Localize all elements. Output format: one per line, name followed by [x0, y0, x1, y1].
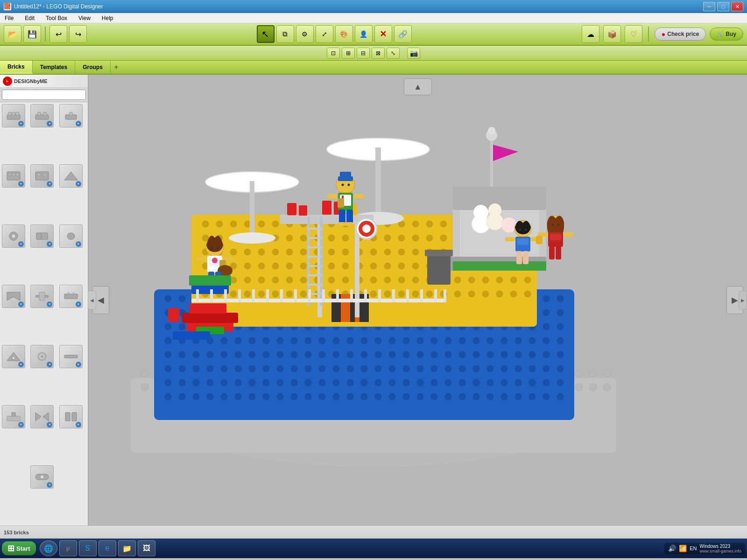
svg-point-447	[286, 277, 293, 283]
clone-tool-button[interactable]: ⧉	[276, 25, 294, 43]
brick-item[interactable]: +	[30, 345, 54, 368]
canvas-area[interactable]: ▲ ◀ ▶ ▶	[89, 75, 747, 525]
taskbar-explorer[interactable]: 📁	[118, 540, 136, 556]
snap-tool-button[interactable]: 🔗	[394, 25, 412, 43]
menu-edit[interactable]: Edit	[23, 14, 36, 22]
start-button[interactable]: ⊞ Start	[2, 541, 36, 555]
brick-item[interactable]: +	[30, 285, 54, 308]
right-panel-toggle[interactable]: ▶	[739, 291, 747, 309]
svg-point-15	[43, 173, 46, 176]
svg-point-506	[488, 127, 495, 134]
svg-point-217	[417, 337, 423, 344]
maximize-button[interactable]: □	[717, 2, 729, 11]
menu-help[interactable]: Help	[100, 14, 115, 22]
svg-point-240	[333, 351, 339, 358]
brick-item[interactable]: +	[2, 345, 25, 368]
tab-add-button[interactable]: +	[111, 61, 122, 74]
svg-point-139	[543, 295, 550, 302]
save-button[interactable]: 💾	[23, 25, 41, 43]
close-button[interactable]: ✕	[731, 2, 743, 11]
paint-tool-button[interactable]: 🎨	[335, 25, 353, 43]
svg-rect-34	[7, 416, 20, 421]
brick-item[interactable]: +	[59, 405, 83, 428]
zoom-out-button[interactable]: ⊟	[357, 48, 370, 59]
menu-file[interactable]: File	[3, 14, 15, 22]
svg-point-278	[459, 365, 465, 372]
brick-item[interactable]: +	[59, 104, 83, 127]
add-brick-icon: +	[47, 241, 52, 247]
menu-view[interactable]: View	[77, 14, 92, 22]
brick-item[interactable]: +	[30, 164, 54, 188]
svg-point-397	[258, 249, 265, 255]
buy-button[interactable]: 🛒 Buy	[710, 28, 743, 41]
tab-templates[interactable]: Templates	[33, 61, 75, 74]
menu-toolbox[interactable]: Tool Box	[44, 14, 69, 22]
brick-item[interactable]: +	[2, 164, 25, 188]
undo-button[interactable]: ↩	[49, 25, 67, 43]
svg-point-574	[525, 229, 527, 231]
svg-point-316	[179, 393, 185, 400]
zoom-in-button[interactable]: ⊞	[342, 48, 355, 59]
taskbar-app[interactable]: 🖼	[138, 540, 155, 556]
svg-marker-35	[35, 413, 41, 421]
svg-rect-490	[341, 294, 350, 322]
brick-item[interactable]: +	[30, 465, 54, 489]
svg-rect-25	[64, 294, 78, 299]
hinge-tool-button[interactable]: ⚙	[296, 25, 314, 43]
taskbar-ie[interactable]: e	[99, 540, 116, 556]
svg-rect-518	[453, 261, 546, 271]
svg-point-443	[230, 277, 237, 283]
svg-point-171	[179, 323, 185, 330]
svg-point-429	[370, 263, 377, 269]
taskbar-utorrent[interactable]: μ	[59, 540, 77, 556]
svg-point-343	[557, 393, 564, 400]
cloud-save-button[interactable]: ☁	[582, 25, 599, 43]
svg-point-405	[370, 249, 377, 255]
canvas-nav-up[interactable]: ▲	[404, 78, 432, 95]
svg-rect-592	[196, 289, 199, 302]
brick-item[interactable]: +	[30, 104, 54, 127]
brick-item[interactable]: +	[2, 285, 25, 308]
svg-point-29	[12, 357, 15, 359]
wishlist-button[interactable]: ♡	[625, 25, 642, 43]
brick-item[interactable]: +	[30, 405, 54, 428]
flex-tool-button[interactable]: ⤢	[316, 25, 333, 43]
tab-groups[interactable]: Groups	[75, 61, 111, 74]
svg-point-375	[286, 235, 293, 241]
svg-point-423	[286, 263, 293, 269]
brick-item[interactable]: +	[59, 345, 83, 368]
select-tool-button[interactable]: ↖	[257, 25, 275, 43]
zoom-full-button[interactable]: ⤡	[387, 48, 400, 59]
left-panel-toggle[interactable]: ◀	[88, 291, 96, 309]
open-button[interactable]: 📂	[4, 25, 21, 43]
svg-point-455	[398, 277, 405, 283]
taskbar-chrome[interactable]: 🌐	[40, 540, 57, 556]
order-button[interactable]: 📦	[603, 25, 621, 43]
delete-tool-button[interactable]: ✕	[374, 25, 392, 43]
svg-point-472	[300, 291, 307, 297]
brick-item[interactable]: +	[2, 405, 25, 428]
brick-item[interactable]: +	[2, 224, 25, 248]
search-input[interactable]	[2, 90, 86, 100]
figure-tool-button[interactable]: 👤	[355, 25, 373, 43]
svg-rect-590	[556, 246, 561, 259]
zoom-fit-button[interactable]: ⊠	[372, 48, 385, 59]
check-price-button[interactable]: ● Check price	[655, 28, 706, 41]
tab-bricks[interactable]: Bricks	[0, 61, 33, 74]
svg-point-309	[487, 379, 493, 386]
taskbar-skype[interactable]: S	[79, 540, 97, 556]
svg-point-256	[557, 351, 564, 358]
zoom-select-button[interactable]: ⊡	[327, 48, 340, 59]
brick-item[interactable]: +	[30, 224, 54, 248]
redo-button[interactable]: ↪	[69, 25, 87, 43]
svg-point-384	[412, 235, 419, 241]
brick-item[interactable]: +	[2, 104, 25, 127]
brick-item[interactable]: +	[59, 164, 83, 188]
svg-point-334	[431, 393, 437, 400]
camera-button[interactable]: 📷	[407, 48, 420, 59]
svg-point-470	[272, 291, 279, 297]
minimize-button[interactable]: ─	[703, 2, 715, 11]
svg-point-400	[300, 249, 307, 255]
brick-item[interactable]: +	[59, 285, 83, 308]
brick-item[interactable]: +	[59, 224, 83, 248]
